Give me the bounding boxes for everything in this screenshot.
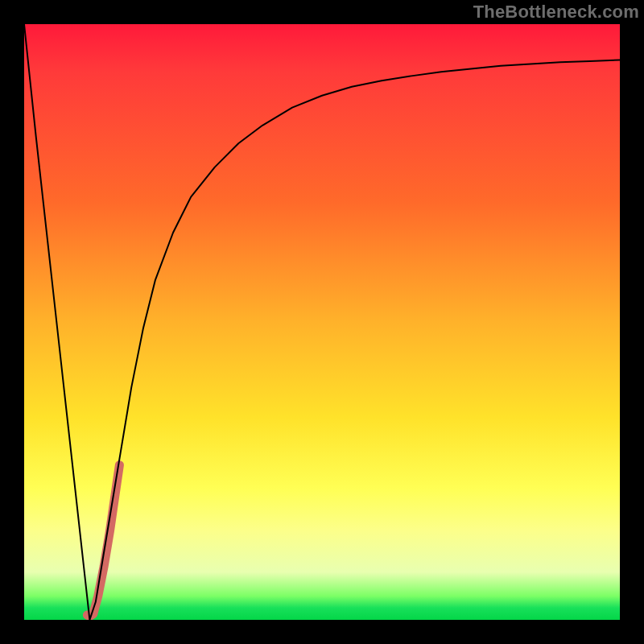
plot-area (24, 24, 620, 620)
watermark-label: TheBottleneck.com (473, 2, 639, 23)
curve-layer (24, 24, 620, 620)
chart-frame: TheBottleneck.com (0, 0, 644, 644)
